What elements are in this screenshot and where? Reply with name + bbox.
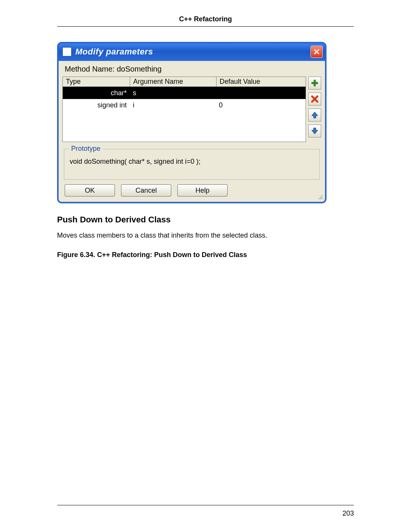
close-button[interactable]	[311, 46, 323, 58]
move-up-button[interactable]	[308, 109, 321, 121]
figure-caption: Figure 6.34. C++ Refactoring: Push Down …	[57, 251, 354, 259]
dialog-body: Method Name: doSomething Type Argument N…	[59, 61, 325, 202]
dialog-title: Modify parameters	[75, 47, 311, 57]
svg-rect-3	[312, 82, 318, 84]
column-header-type[interactable]: Type	[63, 77, 130, 87]
app-icon	[62, 47, 72, 56]
table-row[interactable]: signed int i 0	[63, 99, 306, 111]
cell-default-value: 0	[216, 101, 306, 110]
column-header-default-value[interactable]: Default Value	[217, 77, 306, 87]
move-down-button[interactable]	[308, 125, 321, 137]
side-buttons	[308, 77, 321, 142]
section-heading: Push Down to Derived Class	[57, 215, 354, 225]
section-body: Moves class members to a class that inhe…	[57, 232, 354, 240]
method-name-label: Method Name: doSomething	[65, 65, 321, 73]
svg-marker-6	[312, 112, 318, 118]
svg-point-10	[322, 197, 322, 198]
help-button[interactable]: Help	[177, 184, 228, 197]
prototype-text: void doSomething( char* s, signed int i=…	[70, 158, 314, 166]
cell-type: char*	[63, 88, 130, 98]
table-header: Type Argument Name Default Value	[63, 77, 306, 87]
cell-type: signed int	[63, 101, 130, 110]
prototype-legend: Prototype	[69, 145, 103, 153]
modify-parameters-dialog: Modify parameters Method Name: doSomethi…	[57, 42, 327, 203]
resize-grip-icon	[317, 193, 323, 200]
close-icon	[314, 49, 320, 55]
svg-point-9	[320, 197, 321, 198]
svg-point-12	[320, 198, 321, 199]
svg-point-8	[322, 195, 322, 196]
parameters-table[interactable]: Type Argument Name Default Value char* s…	[62, 77, 306, 142]
page-header-title: C++ Refactoring	[57, 15, 354, 23]
svg-point-13	[322, 198, 322, 199]
table-row[interactable]: char* s	[63, 87, 306, 99]
ok-button[interactable]: OK	[65, 184, 115, 197]
title-bar[interactable]: Modify parameters	[59, 43, 325, 61]
remove-parameter-button[interactable]	[308, 93, 321, 105]
plus-icon	[311, 79, 319, 87]
column-header-argument-name[interactable]: Argument Name	[130, 77, 217, 87]
resize-grip[interactable]	[317, 193, 323, 200]
page-number: 203	[342, 510, 354, 518]
add-parameter-button[interactable]	[308, 77, 321, 89]
header-divider	[57, 26, 354, 27]
arrow-down-icon	[311, 127, 319, 135]
footer-divider	[57, 505, 354, 505]
cell-argument-name: i	[130, 101, 216, 110]
cell-argument-name: s	[130, 88, 216, 98]
svg-marker-7	[312, 128, 318, 134]
x-icon	[311, 95, 319, 103]
cancel-button[interactable]: Cancel	[121, 184, 171, 197]
cell-default-value	[216, 92, 306, 94]
arrow-up-icon	[311, 111, 319, 119]
prototype-group: Prototype void doSomething( char* s, sig…	[64, 149, 320, 180]
svg-point-11	[319, 198, 319, 199]
dialog-buttons-row: OK Cancel Help	[65, 184, 321, 197]
